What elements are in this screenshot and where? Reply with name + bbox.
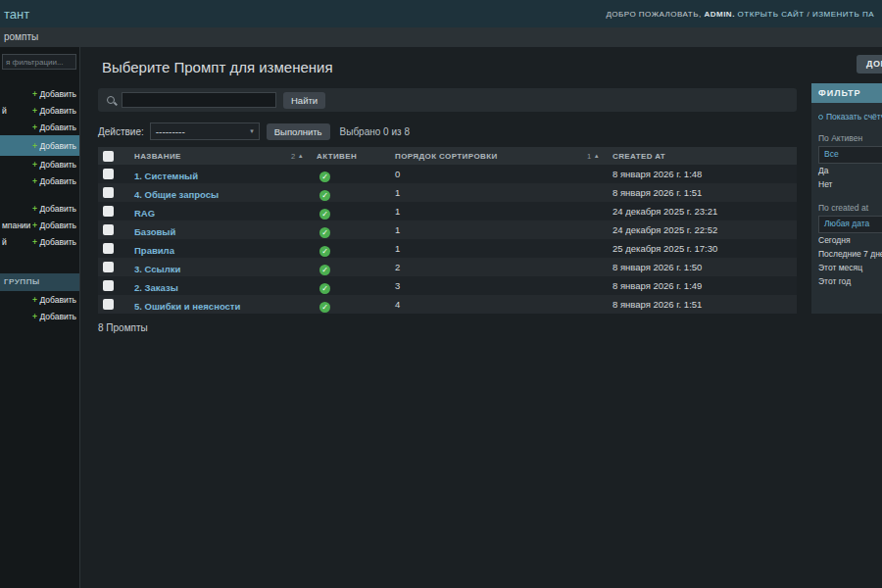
row-checkbox[interactable] (103, 243, 114, 254)
prompt-link[interactable]: RAG (134, 208, 155, 219)
sort-indicator[interactable]: 1▲ (587, 152, 600, 161)
search-input[interactable] (122, 92, 276, 108)
filter-option[interactable]: Сегодня (818, 233, 882, 247)
user-tools: ДОБРО ПОЖАЛОВАТЬ, ADMIN. ОТКРЫТЬ САЙТ / … (606, 10, 874, 19)
sidebar-model-row: + Добавить (0, 308, 79, 324)
sidebar-add-link[interactable]: + Добавить (32, 176, 76, 186)
column-label: CREATED AT (612, 152, 665, 161)
sidebar-model-link[interactable]: й (2, 237, 7, 247)
table-row: 2. Заказы✓38 января 2026 г. 1:49 (98, 276, 797, 295)
sidebar-add-link[interactable]: + Добавить (32, 295, 76, 305)
sidebar-model-row: + Добавить (0, 200, 79, 217)
row-checkbox[interactable] (103, 206, 114, 217)
sidebar-filter-input[interactable] (2, 54, 76, 70)
add-prompt-button[interactable]: ДОБА (857, 55, 882, 74)
table-row: Правила✓125 декабря 2025 г. 17:30 (98, 239, 797, 258)
sidebar-model-link[interactable]: мпании (2, 220, 30, 230)
sort-priority: 1 (587, 152, 592, 161)
filter-sections: По АктивенВсеДаНетПо created atЛюбая дат… (811, 133, 882, 288)
column-header-order[interactable]: ПОРЯДОК СОРТИРОВКИ1▲ (390, 152, 608, 161)
row-checkbox[interactable] (103, 224, 114, 235)
search-icon (107, 96, 115, 104)
created-at-value: 24 декабря 2025 г. 23:21 (608, 206, 797, 217)
sidebar-add-link[interactable]: + Добавить (32, 89, 76, 99)
sidebar-add-link[interactable]: + Добавить (32, 220, 76, 230)
prompt-link[interactable]: Базовый (134, 226, 175, 237)
prompt-table: НАЗВАНИЕ2▲АКТИВЕНПОРЯДОК СОРТИРОВКИ1▲CRE… (98, 147, 797, 314)
prompt-link[interactable]: 2. Заказы (134, 282, 178, 293)
username: ADMIN. (704, 10, 734, 19)
plus-icon: + (32, 295, 37, 305)
prompt-link[interactable]: 3. Ссылки (134, 264, 180, 274)
sidebar-add-link[interactable]: + Добавить (32, 141, 76, 151)
sidebar-add-link[interactable]: + Добавить (32, 106, 76, 116)
filter-option[interactable]: Нет (818, 177, 882, 191)
prompt-link[interactable]: 4. Общие запросы (134, 189, 219, 200)
created-at-value: 8 января 2026 г. 1:50 (608, 262, 797, 272)
prompt-link[interactable]: 5. Ошибки и неясности (134, 301, 240, 312)
search-submit-button[interactable]: Найти (283, 92, 325, 109)
breadcrumb: ромпты (0, 27, 882, 47)
row-checkbox[interactable] (103, 299, 114, 310)
sidebar-model-row: + Добавить (0, 135, 79, 156)
action-run-button[interactable]: Выполнить (267, 123, 330, 140)
plus-icon: + (32, 106, 37, 116)
active-yes-icon: ✓ (319, 302, 330, 313)
show-counts-toggle[interactable]: Показать счётч (818, 112, 882, 122)
active-yes-icon: ✓ (319, 172, 330, 182)
sort-order-value: 1 (390, 206, 608, 217)
user-tools-separator: / (807, 10, 809, 19)
active-yes-icon: ✓ (319, 209, 330, 220)
filter-option[interactable]: Этот месяц (818, 261, 882, 274)
top-header: тант ДОБРО ПОЖАЛОВАТЬ, ADMIN. ОТКРЫТЬ СА… (0, 0, 882, 27)
row-checkbox[interactable] (103, 187, 114, 198)
filter-option[interactable]: Этот год (818, 274, 882, 288)
sort-indicator[interactable]: 2▲ (291, 152, 304, 161)
row-checkbox[interactable] (103, 169, 114, 179)
sort-order-value: 1 (390, 187, 608, 198)
row-checkbox[interactable] (103, 262, 114, 272)
filter-option[interactable]: Последние 7 дней (818, 247, 882, 261)
column-header-name[interactable]: НАЗВАНИЕ2▲ (129, 152, 312, 161)
select-all-cell (98, 151, 129, 162)
action-select[interactable]: --------- ▾ (150, 122, 260, 140)
created-at-value: 8 января 2026 г. 1:51 (608, 299, 797, 310)
row-checkbox[interactable] (103, 280, 114, 291)
filter-option[interactable]: Все (818, 146, 882, 164)
sort-asc-icon[interactable]: ▲ (298, 153, 304, 159)
sidebar-model-row: + Добавить (0, 172, 79, 189)
sidebar-model-link[interactable]: й (2, 106, 7, 116)
sidebar-add-link[interactable]: + Добавить (32, 160, 76, 170)
filter-option[interactable]: Любая дата (818, 216, 882, 233)
sidebar-model-row: мпании+ Добавить (0, 217, 79, 233)
sidebar-add-link[interactable]: + Добавить (32, 237, 76, 247)
prompt-link[interactable]: 1. Системный (134, 171, 198, 181)
sort-order-value: 3 (390, 280, 608, 291)
column-header-active[interactable]: АКТИВЕН (312, 152, 390, 161)
filter-panel: ФИЛЬТР Показать счётч По АктивенВсеДаНет… (811, 83, 882, 314)
result-count: 8 Промпты (98, 322, 148, 333)
column-label: АКТИВЕН (317, 152, 357, 161)
sidebar-add-link[interactable]: + Добавить (32, 122, 76, 132)
plus-icon: + (32, 89, 37, 99)
plus-icon: + (32, 312, 37, 321)
column-header-created[interactable]: CREATED AT (608, 152, 797, 161)
sidebar-model-list: + Добавитьй+ Добавить+ Добавить+ Добавит… (0, 85, 79, 324)
prompt-link[interactable]: Правила (134, 245, 174, 256)
sidebar-model-row: + Добавить (0, 85, 79, 102)
change-password-link[interactable]: ИЗМЕНИТЬ ПА (812, 10, 874, 19)
sort-asc-icon[interactable]: ▲ (594, 153, 600, 159)
breadcrumb-current[interactable]: ромпты (4, 31, 38, 42)
sidebar-add-link[interactable]: + Добавить (32, 204, 76, 214)
sidebar-add-link[interactable]: + Добавить (32, 312, 76, 321)
table-row: Базовый✓124 декабря 2025 г. 22:52 (98, 220, 797, 239)
filter-option[interactable]: Да (818, 164, 882, 177)
table-row: RAG✓124 декабря 2025 г. 23:21 (98, 202, 797, 220)
view-site-link[interactable]: ОТКРЫТЬ САЙТ (738, 10, 805, 19)
plus-icon: + (32, 220, 37, 230)
site-title-link[interactable]: тант (4, 7, 29, 22)
column-label: НАЗВАНИЕ (134, 152, 181, 161)
column-label: ПОРЯДОК СОРТИРОВКИ (395, 152, 498, 161)
select-all-checkbox[interactable] (103, 151, 114, 162)
plus-icon: + (32, 176, 37, 186)
